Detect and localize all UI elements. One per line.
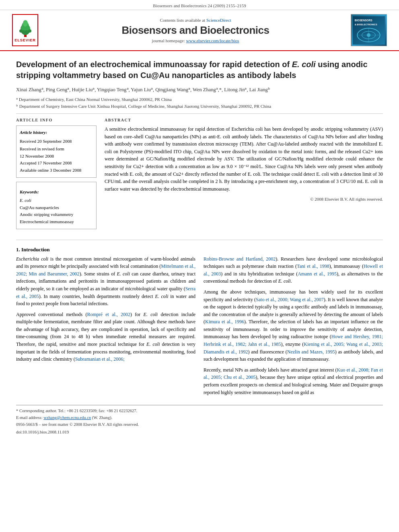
intro-para-2: Approved conventional methods (Rompré et… <box>16 311 195 363</box>
online-date: Available online 3 December 2008 <box>20 167 93 174</box>
intro-para-4: Among the above techniques, immunoassay … <box>204 288 383 363</box>
info-abstract-columns: ARTICLE INFO Article history: Received 2… <box>16 118 383 233</box>
email-note: E-mail address: wzhang@chem.ecnu.edu.cn … <box>16 415 383 421</box>
copyright: © 2008 Elsevier B.V. All rights reserved… <box>105 197 383 201</box>
ref-amann[interactable]: Amann et al., 1995 <box>298 271 337 277</box>
intro-two-col: Escherichia coli is the most common inte… <box>16 255 383 400</box>
keywords-box: Keywords: E. coli Cu@Au nanoparticles An… <box>16 182 97 229</box>
article-info-column: ARTICLE INFO Article history: Received 2… <box>16 118 97 233</box>
divider-1 <box>16 113 383 114</box>
revised-date: 12 November 2008 <box>20 153 93 160</box>
ref-howell[interactable]: Howell et al., 2003 <box>204 263 383 277</box>
svg-point-3 <box>23 20 28 27</box>
revised-label: Received in revised form <box>20 146 93 153</box>
ref-serra[interactable]: Serra et al., 2005 <box>16 286 195 299</box>
authors: Xinai Zhangᵃ, Ping Gengᵃ, Huijie Liuᵃ, Y… <box>16 86 383 94</box>
ref-kuo[interactable]: Kuo et al., 2008; Fan et al., 2005; Chu … <box>204 367 383 380</box>
ref-subramanian[interactable]: Subramanian et al., 2006; <box>75 356 125 362</box>
keywords-title: Keywords: <box>20 189 93 196</box>
ref-tani[interactable]: Tani et al., 1998 <box>297 263 329 269</box>
cover-image-svg: BIOSENSORS & BIOELECTRONICS <box>353 15 385 45</box>
elsevier-text: ELSEVIER <box>14 38 36 42</box>
svg-text:& BIOELECTRONICS: & BIOELECTRONICS <box>355 23 377 25</box>
article-info-label: ARTICLE INFO <box>16 118 97 122</box>
journal-citation: Biosensors and Bioelectronics 24 (2009) … <box>0 0 399 10</box>
abstract-text: A sensitive electrochemical immunoassay … <box>105 125 383 193</box>
article-title: Development of an electrochemical immuno… <box>16 59 383 81</box>
accepted-date: Accepted 17 November 2008 <box>20 160 93 167</box>
history-title: Article history: <box>20 129 93 136</box>
article-main: Development of an electrochemical immuno… <box>0 51 399 444</box>
section-introduction: 1. Introduction Escherichia coli is the … <box>16 246 383 400</box>
abstract-column: ABSTRACT A sensitive electrochemical imm… <box>105 118 383 233</box>
intro-para-5: Recently, metal NPs as antibody labels h… <box>204 366 383 396</box>
article-history-box: Article history: Received 20 September 2… <box>16 125 97 178</box>
journal-homepage: journal homepage: www.elsevier.com/locat… <box>40 38 351 43</box>
page: Biosensors and Bioelectronics 24 (2009) … <box>0 0 399 532</box>
journal-cover-image: BIOSENSORS & BIOELECTRONICS <box>351 14 387 46</box>
ref-nezlin[interactable]: Nezlin and Mazes, 1995 <box>287 349 335 355</box>
ref-robins[interactable]: Robins-Browne and Hartland, 2002 <box>204 256 276 262</box>
kw-immunoassay: Electrochemical immunoassay <box>20 218 93 226</box>
ref-mittelmann[interactable]: Mittelmann et al., 2002; Min and Baeumne… <box>16 263 195 277</box>
received-date: Received 20 September 2008 <box>20 138 93 145</box>
email-link[interactable]: wzhang@chem.ecnu.edu.cn <box>43 415 91 420</box>
contents-line: Contents lists available at ScienceDirec… <box>40 18 351 23</box>
homepage-url[interactable]: www.elsevier.com/locate/bios <box>186 38 239 43</box>
elsevier-tree-icon <box>15 18 35 38</box>
kw-voltammetry: Anodic stripping voltammetry <box>20 211 93 218</box>
corresponding-note: * Corresponding author. Tel.: +86 21 622… <box>16 408 383 415</box>
doi-line: doi:10.1016/j.bios.2008.11.019 <box>16 429 383 436</box>
svg-text:BIOSENSORS: BIOSENSORS <box>355 19 372 22</box>
kw-nanoparticles: Cu@Au nanoparticles <box>20 204 93 212</box>
issn-line: 0956-5663/$ – see front matter © 2008 El… <box>16 421 383 428</box>
intro-right-col: Robins-Browne and Hartland, 2002). Resea… <box>204 255 383 400</box>
ref-rompre[interactable]: Rompré et al., 2002 <box>87 312 130 317</box>
elsevier-logo: ELSEVIER <box>12 14 40 46</box>
abstract-label: ABSTRACT <box>105 118 383 122</box>
affiliations: ᵃ Department of Chemistry, East China No… <box>16 96 383 109</box>
intro-heading: 1. Introduction <box>16 246 383 253</box>
journal-title-center: Contents lists available at ScienceDirec… <box>40 18 351 43</box>
intro-left-col: Escherichia coli is the most common inte… <box>16 255 195 400</box>
ref-kimura[interactable]: Kimura et al., 1996 <box>205 319 244 325</box>
intro-para-1: Escherichia coli is the most common inte… <box>16 255 195 308</box>
ref-sato[interactable]: Sato et al., 2000; Wang et al., 2007 <box>256 297 324 302</box>
intro-para-3: Robins-Browne and Hartland, 2002). Resea… <box>204 255 383 285</box>
svg-point-6 <box>19 29 23 33</box>
journal-name: Biosensors and Bioelectronics <box>40 24 351 37</box>
journal-header: ELSEVIER Contents lists available at Sci… <box>0 10 399 51</box>
elsevier-logo-box: ELSEVIER <box>12 14 38 46</box>
kw-ecoli: E. coli <box>20 197 93 204</box>
divider-2 <box>16 240 383 240</box>
svg-point-7 <box>28 29 31 33</box>
sciencedirect-link[interactable]: ScienceDirect <box>206 18 231 23</box>
footnotes: * Corresponding author. Tel.: +86 21 622… <box>16 405 383 435</box>
